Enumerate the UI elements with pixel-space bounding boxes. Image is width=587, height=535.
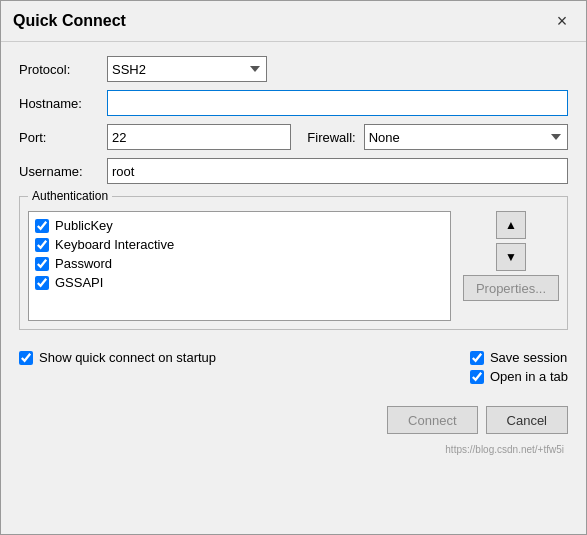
auth-checkbox-publickey[interactable] (35, 219, 49, 233)
protocol-row: Protocol: SSH2 SSH1 Telnet Serial (19, 56, 568, 82)
auth-item-keyboard[interactable]: Keyboard Interactive (33, 235, 446, 254)
action-buttons: Connect Cancel (19, 406, 568, 434)
show-quick-connect-checkbox[interactable] (19, 351, 33, 365)
auth-content: PublicKey Keyboard Interactive Password … (28, 211, 559, 321)
quick-connect-dialog: Quick Connect × Protocol: SSH2 SSH1 Teln… (0, 0, 587, 535)
open-in-tab-checkbox[interactable] (470, 370, 484, 384)
move-up-button[interactable]: ▲ (496, 211, 526, 239)
save-session-row[interactable]: Save session (470, 350, 568, 365)
auth-list: PublicKey Keyboard Interactive Password … (28, 211, 451, 321)
auth-checkbox-keyboard[interactable] (35, 238, 49, 252)
firewall-select[interactable]: None HTTP SOCKS5 (364, 124, 568, 150)
open-in-tab-row[interactable]: Open in a tab (470, 369, 568, 384)
auth-item-password[interactable]: Password (33, 254, 446, 273)
cancel-button[interactable]: Cancel (486, 406, 568, 434)
auth-label-publickey: PublicKey (55, 218, 113, 233)
save-session-label: Save session (490, 350, 567, 365)
bottom-options-row: Show quick connect on startup Save sessi… (19, 350, 568, 384)
close-button[interactable]: × (550, 9, 574, 33)
right-options: Save session Open in a tab (470, 350, 568, 384)
port-label: Port: (19, 130, 99, 145)
username-label: Username: (19, 164, 99, 179)
auth-label-password: Password (55, 256, 112, 271)
username-row: Username: (19, 158, 568, 184)
username-input[interactable] (107, 158, 568, 184)
protocol-select[interactable]: SSH2 SSH1 Telnet Serial (107, 56, 267, 82)
dialog-body: Protocol: SSH2 SSH1 Telnet Serial Hostna… (1, 42, 586, 534)
auth-section: Authentication PublicKey Keyboard Intera… (19, 196, 568, 330)
show-quick-connect-row[interactable]: Show quick connect on startup (19, 350, 216, 365)
open-in-tab-label: Open in a tab (490, 369, 568, 384)
auth-section-title: Authentication (28, 189, 112, 203)
auth-label-gssapi: GSSAPI (55, 275, 103, 290)
hostname-input[interactable] (107, 90, 568, 116)
port-input[interactable] (107, 124, 291, 150)
auth-item-gssapi[interactable]: GSSAPI (33, 273, 446, 292)
save-session-checkbox[interactable] (470, 351, 484, 365)
hostname-row: Hostname: (19, 90, 568, 116)
connect-button[interactable]: Connect (387, 406, 477, 434)
hostname-label: Hostname: (19, 96, 99, 111)
auth-label-keyboard: Keyboard Interactive (55, 237, 174, 252)
protocol-label: Protocol: (19, 62, 99, 77)
bottom-section: Show quick connect on startup Save sessi… (19, 350, 568, 384)
auth-controls: ▲ ▼ Properties... (463, 211, 559, 321)
auth-checkbox-gssapi[interactable] (35, 276, 49, 290)
move-down-button[interactable]: ▼ (496, 243, 526, 271)
show-quick-connect-label: Show quick connect on startup (39, 350, 216, 365)
title-bar: Quick Connect × (1, 1, 586, 42)
dialog-title: Quick Connect (13, 12, 126, 30)
auth-item-publickey[interactable]: PublicKey (33, 216, 446, 235)
auth-checkbox-password[interactable] (35, 257, 49, 271)
properties-button[interactable]: Properties... (463, 275, 559, 301)
watermark: https://blog.csdn.net/+tfw5i (19, 442, 568, 457)
firewall-label: Firewall: (307, 130, 355, 145)
port-firewall-row: Port: Firewall: None HTTP SOCKS5 (19, 124, 568, 150)
